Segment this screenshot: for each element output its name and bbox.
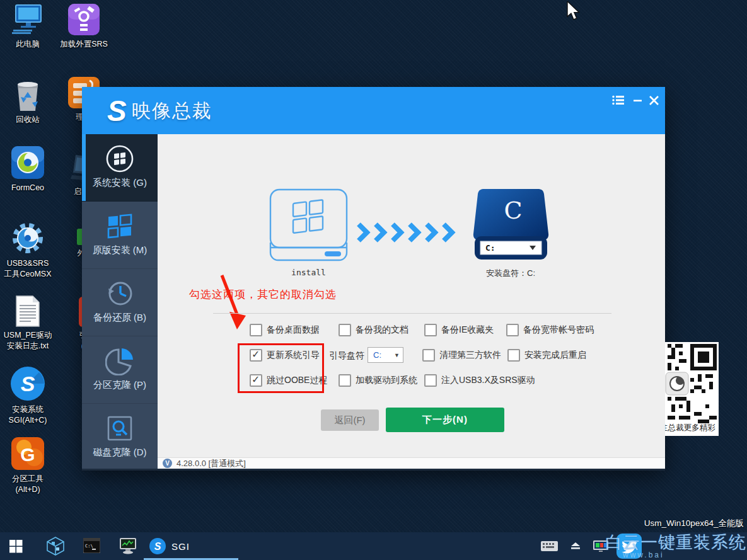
checkbox-inject-usb3-srs[interactable]: 注入USB3.X及SRS驱动 [424, 374, 535, 387]
checkbox-label: 备份IE收藏夹 [441, 324, 494, 336]
close-button[interactable] [647, 93, 661, 107]
checkbox-clean-thirdparty[interactable]: 清理第三方软件 [422, 349, 501, 362]
desktop-icon-label: FormCeo [0, 183, 55, 193]
checkbox-box[interactable] [507, 349, 520, 362]
desktop-icon-label: 此电脑 [0, 39, 55, 50]
boot-drive-select[interactable]: C: ▼ [368, 347, 403, 363]
desktop-build-watermark: Usm_Win10pex64_全能版 [635, 518, 744, 529]
annotation-arrow-icon [213, 274, 252, 337]
desktop-icon-label: 安装系统 [0, 404, 55, 415]
desktop-icon-load-srs[interactable]: 加载外置SRS [56, 4, 112, 50]
taskbar-watermark-url: www.bai [623, 551, 664, 559]
sidebar-item-disk-clone[interactable]: 磁盘克隆 (D) [82, 404, 158, 471]
desktop-icon-sgi[interactable]: S 安装系统 SGI(Alt+C) [0, 365, 55, 426]
taskbar-cmd-icon[interactable]: C:\ [82, 537, 101, 554]
checkbox-box[interactable] [339, 324, 351, 336]
desktop-icon-diskgen[interactable]: G 分区工具 (Alt+D) [0, 436, 55, 495]
checkbox-box[interactable] [422, 349, 435, 362]
taskbar-sgi-label: SGI [171, 541, 190, 552]
desktop-icon-usb3-srs[interactable]: USB3&SRS 工具CeoMSX [0, 220, 55, 280]
next-button[interactable]: 下一步(N) [386, 408, 504, 432]
svg-text:G: G [20, 444, 35, 465]
target-drive-select-value: C: [485, 243, 495, 253]
svg-text:C:\: C:\ [85, 544, 93, 549]
window-bottom-edge [82, 469, 665, 471]
title-bar[interactable]: S 映像总裁 [82, 87, 665, 134]
sidebar-item-label: 磁盘克隆 (D) [82, 447, 158, 459]
mouse-cursor [566, 1, 581, 21]
status-bar: V 4.28.0.0 [普通模式] [158, 457, 665, 469]
boot-drive-value: C: [373, 350, 394, 360]
recycle-bin-icon [13, 79, 43, 112]
checkbox-backup-ie-favorites[interactable]: 备份IE收藏夹 [424, 324, 494, 336]
section-divider [213, 313, 611, 314]
checkbox-label: 备份宽带帐号密码 [523, 324, 594, 336]
back-button[interactable]: 返回(F) [321, 409, 379, 431]
sidebar: 系统安装 (G) 原版安装 (M) [82, 134, 158, 471]
app-logo: S 映像总裁 [107, 94, 212, 127]
desktop-icon-usm-log[interactable]: USM_PE驱动 安装日志.txt [0, 295, 55, 351]
partition-tool-icon: G [10, 436, 45, 471]
checkbox-box[interactable] [506, 324, 519, 336]
checkbox-load-drivers[interactable]: 加载驱动到系统 [339, 374, 417, 387]
sidebar-item-backup-restore[interactable]: 备份还原 (B) [82, 269, 158, 336]
checkbox-backup-desktop[interactable]: 备份桌面数据 [250, 324, 320, 336]
desktop-icon-this-pc[interactable]: 此电脑 [0, 4, 55, 50]
desktop-icon-label: 分区工具 [0, 474, 55, 484]
desktop: 此电脑 加载外置SRS 回收站 [0, 0, 747, 560]
desktop-icon-recycle-bin[interactable]: 回收站 [0, 79, 55, 125]
taskbar-sgi-task[interactable]: S SGI [149, 535, 224, 557]
main-content: install C C: [158, 134, 665, 457]
app-window: S 映像总裁 [82, 87, 665, 471]
checkbox-label: 备份桌面数据 [267, 324, 320, 336]
target-caption: 安装盘符：C: [460, 268, 561, 279]
sidebar-item-partition-clone[interactable]: 分区克隆 (P) [82, 336, 158, 404]
qr-code-icon [665, 344, 717, 423]
version-text: 4.28.0.0 [普通模式] [177, 458, 246, 469]
desktop-icon-label: USM_PE驱动 [0, 330, 55, 341]
checkbox-box[interactable] [339, 374, 351, 387]
desktop-icon-formceo[interactable]: FormCeo [0, 145, 55, 193]
gear-tool-icon [9, 220, 46, 256]
sidebar-item-label: 分区克隆 (P) [82, 379, 158, 391]
checkbox-box[interactable] [424, 324, 437, 336]
sidebar-item-label: 系统安装 (G) [82, 177, 158, 189]
keyboard-tray-icon[interactable] [540, 540, 559, 552]
checkbox-backup-documents[interactable]: 备份我的文档 [339, 324, 408, 336]
desktop-icon-label: 回收站 [0, 115, 55, 125]
checkbox-backup-broadband[interactable]: 备份宽带帐号密码 [506, 324, 594, 336]
sgi-app-icon: S [149, 537, 166, 555]
sidebar-item-label: 备份还原 (B) [82, 312, 158, 324]
checkbox-label: 安装完成后重启 [524, 350, 586, 361]
taskbar-cube-app-icon[interactable] [45, 536, 66, 556]
checkbox-label: 注入USB3.X及SRS驱动 [441, 375, 535, 386]
taskbar-monitor-app-icon[interactable] [119, 537, 137, 554]
desktop-icon-label: 工具CeoMSX [0, 269, 55, 280]
sgi-circle-icon: S [9, 365, 46, 402]
qr-code-panel: 注总裁更多精彩 [665, 342, 719, 436]
checkbox-reboot-after[interactable]: 安装完成后重启 [507, 349, 586, 362]
qr-caption: 注总裁更多精彩 [665, 423, 715, 433]
checkbox-label: 清理第三方软件 [439, 350, 501, 361]
start-button[interactable] [8, 539, 24, 554]
desktop-icon-label: SGI(Alt+C) [0, 415, 55, 426]
formceo-icon [10, 145, 45, 180]
history-clock-icon [105, 279, 134, 308]
chevron-down-icon: ▼ [394, 352, 400, 358]
desktop-icon-label: 安装日志.txt [0, 341, 55, 351]
desktop-icon-label: USB3&SRS [0, 258, 55, 269]
checkbox-box[interactable] [424, 374, 437, 387]
minimize-button[interactable] [630, 93, 644, 107]
checkbox-box[interactable] [250, 324, 262, 336]
logo-s-icon: S [107, 94, 125, 128]
checkbox-label: 加载驱动到系统 [356, 375, 417, 386]
menu-icon[interactable] [611, 93, 625, 107]
text-file-icon [14, 295, 42, 328]
windows-logo-icon [105, 212, 134, 241]
source-image-drive-icon [269, 188, 348, 264]
svg-text:S: S [154, 541, 161, 552]
annotation-highlight-rect [238, 343, 324, 393]
sidebar-item-system-install[interactable]: 系统安装 (G) [82, 134, 158, 202]
safely-remove-tray-icon[interactable] [567, 541, 584, 551]
sidebar-item-original-install[interactable]: 原版安装 (M) [82, 202, 158, 269]
